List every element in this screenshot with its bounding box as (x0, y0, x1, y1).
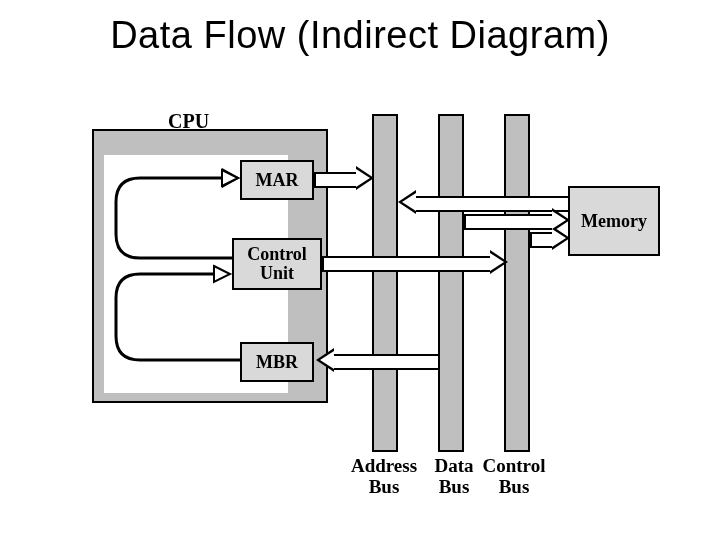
control-bus-label: ControlBus (474, 456, 554, 498)
control-unit-box: ControlUnit (232, 238, 322, 290)
cpu-label: CPU (168, 110, 209, 133)
control-bus-to-memory (530, 232, 554, 248)
control-bus (504, 114, 530, 452)
data-bus (438, 114, 464, 452)
data-bus-to-mbr (332, 354, 440, 370)
control-to-control-bus (322, 256, 492, 272)
mar-box: MAR (240, 160, 314, 200)
memory-box: Memory (568, 186, 660, 256)
memory-to-address-bus (414, 196, 570, 212)
mbr-box: MBR (240, 342, 314, 382)
page-title: Data Flow (Indirect Diagram) (0, 0, 720, 57)
data-bus-to-memory (464, 214, 554, 230)
address-bus (372, 114, 398, 452)
mar-to-address-bus (314, 172, 358, 188)
diagram-stage: Data Flow (Indirect Diagram) CPU MAR Con… (0, 0, 720, 540)
address-bus-label: AddressBus (344, 456, 424, 498)
